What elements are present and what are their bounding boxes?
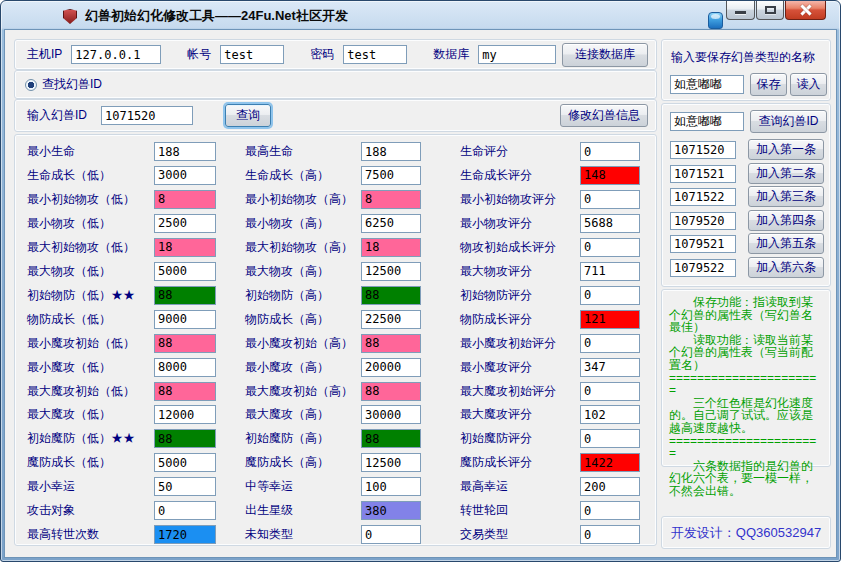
load-button[interactable]: 读入 [790, 73, 827, 96]
stat-input[interactable] [361, 453, 421, 472]
stat-input[interactable] [361, 310, 421, 329]
stat-input[interactable] [154, 525, 216, 544]
stat-input[interactable] [361, 334, 421, 353]
stat-input[interactable] [361, 429, 421, 448]
query-name-input[interactable] [670, 112, 744, 131]
stat-input[interactable] [154, 190, 216, 209]
beast-id-value-input[interactable] [670, 235, 736, 253]
maximize-button[interactable] [756, 1, 784, 20]
save-panel: 输入要保存幻兽类型的名称 保存 读入 [661, 39, 831, 101]
stat-input[interactable] [154, 310, 216, 329]
stat-input[interactable] [361, 477, 421, 496]
skin-icon[interactable] [708, 12, 723, 29]
stat-input[interactable] [580, 190, 640, 209]
stat-input[interactable] [154, 453, 216, 472]
stat-input[interactable] [580, 262, 640, 281]
stat-label: 最大魔攻（低） [27, 405, 111, 424]
stat-label: 物防成长（高） [245, 310, 329, 329]
beast-id-value-input[interactable] [670, 212, 736, 230]
stat-input[interactable] [154, 382, 216, 401]
query-beast-id-button[interactable]: 查询幻兽ID [750, 110, 827, 133]
add-row-button[interactable]: 加入第一条 [748, 139, 824, 160]
stat-input[interactable] [580, 214, 640, 233]
stat-input[interactable] [361, 382, 421, 401]
stat-input[interactable] [580, 238, 640, 257]
stat-input[interactable] [361, 286, 421, 305]
stat-input[interactable] [154, 405, 216, 424]
modify-info-button[interactable]: 修改幻兽信息 [560, 104, 648, 127]
host-ip-input[interactable] [71, 45, 161, 64]
stat-label: 最小魔攻初始评分 [460, 334, 556, 353]
stat-input[interactable] [580, 405, 640, 424]
stat-label: 最高生命 [245, 142, 293, 161]
stat-input[interactable] [154, 477, 216, 496]
stat-input[interactable] [361, 262, 421, 281]
minimize-button[interactable] [726, 1, 755, 20]
stat-input[interactable] [154, 238, 216, 257]
stat-input[interactable] [361, 214, 421, 233]
beast-id-input[interactable] [101, 106, 193, 125]
stat-input[interactable] [580, 453, 640, 472]
database-input[interactable] [478, 45, 556, 64]
password-input[interactable] [343, 45, 407, 64]
stat-label: 最小幸运 [27, 477, 75, 496]
stat-input[interactable] [154, 286, 216, 305]
window-title: 幻兽初始幻化修改工具——24Fu.Net社区开发 [85, 7, 348, 25]
stat-input[interactable] [580, 286, 640, 305]
search-id-radio[interactable] [25, 79, 37, 91]
stat-input[interactable] [154, 166, 216, 185]
stat-input[interactable] [361, 190, 421, 209]
stat-input[interactable] [580, 501, 640, 520]
add-row-button[interactable]: 加入第六条 [748, 257, 824, 278]
stat-input[interactable] [580, 477, 640, 496]
add-row-button[interactable]: 加入第二条 [748, 163, 824, 184]
stat-label: 攻击对象 [27, 501, 75, 520]
stat-input[interactable] [154, 358, 216, 377]
stat-input[interactable] [361, 525, 421, 544]
id-list-panel: 查询幻兽ID 加入第一条加入第二条加入第三条加入第四条加入第五条加入第六条 [661, 103, 831, 287]
query-button[interactable]: 查询 [225, 104, 271, 127]
stat-input[interactable] [361, 405, 421, 424]
stat-input[interactable] [361, 238, 421, 257]
stat-input[interactable] [361, 142, 421, 161]
stat-label: 最小魔攻初始（高） [245, 334, 353, 353]
stat-input[interactable] [580, 310, 640, 329]
stat-input[interactable] [580, 358, 640, 377]
stat-label: 生命评分 [460, 142, 508, 161]
add-row-button[interactable]: 加入第四条 [748, 210, 824, 231]
beast-id-value-input[interactable] [670, 165, 736, 183]
stat-input[interactable] [154, 214, 216, 233]
beast-id-label: 输入幻兽ID [27, 107, 87, 124]
stat-input[interactable] [361, 166, 421, 185]
stat-input[interactable] [580, 166, 640, 185]
credit-text: 开发设计：QQ360532947 [671, 524, 821, 542]
stat-input[interactable] [580, 334, 640, 353]
stat-label: 最大物攻评分 [460, 262, 532, 281]
beast-id-value-input[interactable] [670, 188, 736, 206]
stat-input[interactable] [580, 429, 640, 448]
beast-id-value-input[interactable] [670, 259, 736, 277]
close-button[interactable] [785, 1, 826, 20]
save-button[interactable]: 保存 [750, 73, 787, 96]
stat-input[interactable] [580, 525, 640, 544]
beast-id-value-input[interactable] [670, 141, 736, 159]
stat-input[interactable] [154, 262, 216, 281]
stat-input[interactable] [154, 429, 216, 448]
stat-input[interactable] [361, 501, 421, 520]
connect-database-button[interactable]: 连接数据库 [562, 43, 648, 67]
stat-input[interactable] [154, 142, 216, 161]
stat-label: 物防成长评分 [460, 310, 532, 329]
save-name-input[interactable] [670, 75, 744, 94]
account-input[interactable] [220, 45, 284, 64]
stat-input[interactable] [154, 501, 216, 520]
stat-label: 生命成长评分 [460, 166, 532, 185]
notes-panel: 保存功能：指读取到某个幻兽的属性表（写幻兽名最佳） 读取功能：读取当前某个幻兽的… [661, 289, 831, 467]
stat-input[interactable] [361, 358, 421, 377]
stat-input[interactable] [580, 382, 640, 401]
add-row-button[interactable]: 加入第五条 [748, 233, 824, 254]
stat-label: 最大初始物攻（高） [245, 238, 353, 257]
stat-input[interactable] [154, 334, 216, 353]
stat-label: 最大魔攻初始（低） [27, 382, 135, 401]
stat-input[interactable] [580, 142, 640, 161]
add-row-button[interactable]: 加入第三条 [748, 186, 824, 207]
